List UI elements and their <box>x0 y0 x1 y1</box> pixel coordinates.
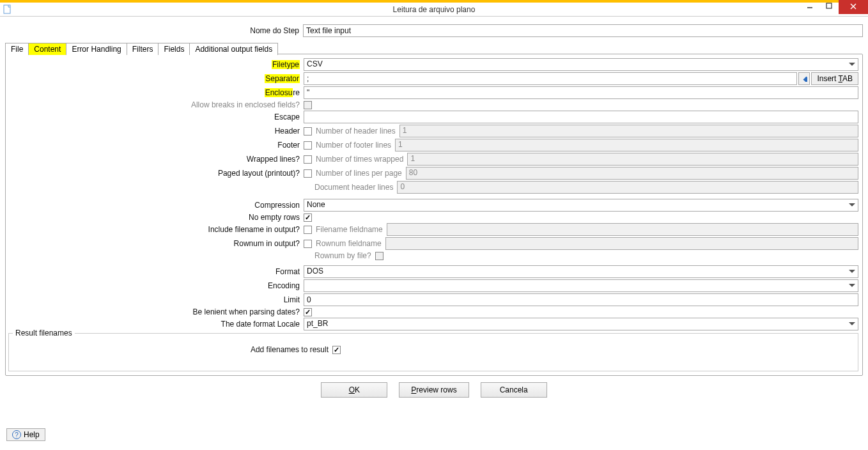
include-filename-label: Include filename in output? <box>6 225 304 234</box>
rownum-field-input <box>385 237 858 250</box>
enclosure-input[interactable] <box>304 86 858 99</box>
locale-select[interactable]: pt_BR <box>304 318 858 330</box>
step-name-input[interactable] <box>303 24 863 37</box>
separator-input[interactable] <box>304 72 797 85</box>
allow-breaks-label: Allow breaks in enclosed fields? <box>6 100 304 109</box>
maximize-button[interactable] <box>819 0 839 13</box>
tab-content[interactable]: Content <box>28 43 66 55</box>
header-checkbox[interactable] <box>304 127 312 136</box>
rownum-label: Rownum in output? <box>6 239 304 248</box>
paged-label: Paged layout (printout)? <box>6 169 304 178</box>
rownum-checkbox[interactable] <box>304 240 312 248</box>
filename-field-label: Filename fieldname <box>316 225 383 234</box>
no-empty-label: No empty rows <box>6 213 304 222</box>
tab-fields[interactable]: Fields <box>158 43 190 55</box>
encoding-select[interactable] <box>304 279 858 292</box>
header-lines-label: Number of header lines <box>316 127 396 136</box>
encoding-label: Encoding <box>6 281 304 290</box>
svg-rect-2 <box>826 3 832 8</box>
footer-checkbox[interactable] <box>304 141 312 150</box>
result-filenames-legend: Result filenames <box>13 329 75 338</box>
escape-label: Escape <box>6 112 304 121</box>
doc-header-input: 0 <box>397 181 858 194</box>
wrapped-checkbox[interactable] <box>304 155 312 164</box>
wrapped-count-label: Number of times wrapped <box>316 155 403 164</box>
separator-label: Separator <box>6 74 304 83</box>
tab-additional-output-fields[interactable]: Additional output fields <box>189 43 278 55</box>
include-filename-checkbox[interactable] <box>304 226 312 234</box>
lenient-label: Be lenient when parsing dates? <box>6 307 304 316</box>
tab-error-handling[interactable]: Error Handling <box>66 43 127 55</box>
lenient-checkbox[interactable] <box>304 308 312 316</box>
rownum-field-label: Rownum fieldname <box>316 239 382 248</box>
enclosure-label: Enclosure <box>6 88 304 97</box>
format-select[interactable]: DOS <box>304 265 858 278</box>
header-lines-input: 1 <box>399 125 858 137</box>
paged-lines-label: Number of lines per page <box>316 169 402 178</box>
limit-label: Limit <box>6 295 304 304</box>
separator-var-button[interactable] <box>798 72 810 85</box>
help-button[interactable]: ? Help <box>6 428 45 441</box>
filetype-label: Filetype <box>6 60 304 69</box>
footer-lines-label: Number of footer lines <box>316 141 391 150</box>
cancel-button[interactable]: Cancela <box>481 382 547 398</box>
help-icon: ? <box>12 430 21 439</box>
doc-header-label: Document header lines <box>314 183 393 192</box>
window-title: Leitura de arquivo plano <box>393 5 476 14</box>
preview-rows-button[interactable]: Preview rows <box>399 382 469 398</box>
paged-lines-input: 80 <box>406 167 858 180</box>
close-button[interactable] <box>839 0 868 14</box>
tab-file[interactable]: File <box>5 43 29 55</box>
wrapped-count-input: 1 <box>407 153 858 166</box>
ok-button[interactable]: OK <box>321 382 387 398</box>
compression-select[interactable]: None <box>304 199 858 212</box>
compression-label: Compression <box>6 201 304 210</box>
rownum-by-file-checkbox <box>375 252 384 260</box>
filename-field-input <box>387 223 858 236</box>
rownum-by-file-label: Rownum by file? <box>314 251 371 260</box>
svg-rect-5 <box>803 76 807 82</box>
header-label: Header <box>6 127 304 136</box>
svg-rect-0 <box>4 5 10 13</box>
escape-input[interactable] <box>304 111 858 123</box>
wrapped-label: Wrapped lines? <box>6 155 304 164</box>
paged-checkbox[interactable] <box>304 169 312 178</box>
add-filenames-checkbox[interactable] <box>332 346 341 354</box>
footer-label: Footer <box>6 141 304 150</box>
minimize-button[interactable] <box>800 0 819 13</box>
format-label: Format <box>6 267 304 276</box>
step-name-label: Nome do Step <box>5 26 303 35</box>
filetype-select[interactable]: CSV <box>304 58 858 71</box>
add-filenames-label: Add filenames to result <box>13 345 332 354</box>
insert-tab-button[interactable]: Insert TAB <box>811 72 858 85</box>
document-icon <box>3 4 13 15</box>
footer-lines-input: 1 <box>395 139 858 151</box>
tab-bar: File Content Error Handling Filters Fiel… <box>5 42 863 54</box>
limit-input[interactable] <box>304 293 858 306</box>
allow-breaks-checkbox <box>304 101 312 109</box>
window-titlebar: Leitura de arquivo plano <box>0 3 868 17</box>
result-filenames-group: Result filenames Add filenames to result <box>8 333 858 371</box>
tab-filters[interactable]: Filters <box>127 43 159 55</box>
locale-label: The date format Locale <box>6 320 304 329</box>
no-empty-checkbox[interactable] <box>304 213 312 222</box>
